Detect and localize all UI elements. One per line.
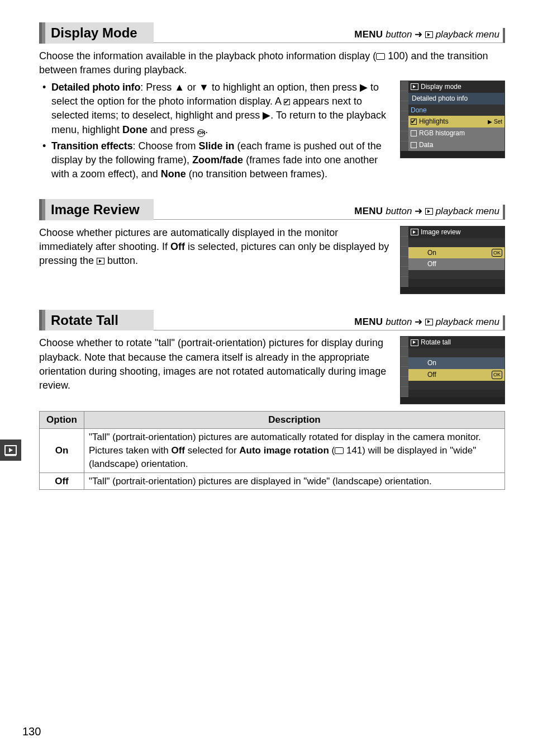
on-desc-off: Off bbox=[171, 445, 185, 456]
bullet2-slide: Slide in bbox=[198, 140, 234, 152]
bullet2-d: (no transition between frames). bbox=[186, 168, 327, 179]
playback-box-icon bbox=[4, 443, 17, 457]
ir-text-c: button. bbox=[104, 255, 138, 266]
playback-icon bbox=[411, 229, 418, 235]
bullet1-label: Detailed photo info bbox=[51, 82, 140, 93]
table-row: Off "Tall" (portrait-orientation) pictur… bbox=[40, 472, 505, 490]
sim-row-off: Off bbox=[408, 258, 505, 270]
sim-on-text: On bbox=[427, 248, 436, 258]
section-header-image-review: Image Review MENU button ➜ playback menu bbox=[39, 199, 505, 220]
col-header-option: Option bbox=[40, 412, 84, 429]
section-title: Display Mode bbox=[42, 22, 154, 44]
sim-off-text: Off bbox=[427, 370, 436, 380]
page-ref-icon bbox=[376, 53, 385, 60]
breadcrumb-button-text: button bbox=[383, 206, 412, 216]
sim-head-text: Image review bbox=[421, 228, 460, 237]
sim-off-text: Off bbox=[427, 259, 436, 269]
bullet2-label: Transition effects bbox=[51, 140, 132, 152]
bullet1-done: Done bbox=[122, 124, 147, 135]
ok-icon: OK bbox=[197, 129, 205, 137]
playback-icon bbox=[97, 258, 104, 264]
on-desc-b: selected for bbox=[185, 445, 239, 456]
option-on-desc: "Tall" (portrait-orientation) pictures a… bbox=[84, 429, 505, 472]
sim-row-on: On bbox=[408, 357, 505, 369]
checkbox-checked-icon bbox=[284, 99, 290, 105]
sim-head: Rotate tall bbox=[408, 337, 505, 348]
breadcrumb-dest: playback menu bbox=[433, 29, 499, 40]
breadcrumb-dest: playback menu bbox=[433, 206, 499, 216]
rotate-tall-options-table: Option Description On "Tall" (portrait-o… bbox=[39, 411, 505, 490]
svg-marker-1 bbox=[9, 448, 13, 452]
option-off-desc: "Tall" (portrait-orientation) pictures a… bbox=[84, 472, 505, 490]
bullet1-g: and press bbox=[147, 124, 197, 135]
right-triangle-icon: ▶ bbox=[360, 82, 368, 93]
option-on: On bbox=[40, 429, 84, 472]
breadcrumb: MENU button ➜ playback menu bbox=[154, 28, 505, 43]
breadcrumb: MENU button ➜ playback menu bbox=[154, 315, 505, 330]
section-title: Rotate Tall bbox=[42, 310, 154, 331]
sim-on-text: On bbox=[427, 358, 436, 368]
ir-off: Off bbox=[170, 241, 185, 252]
section-title: Image Review bbox=[42, 199, 154, 220]
option-off: Off bbox=[40, 472, 84, 490]
menu-label: MENU bbox=[354, 206, 383, 216]
intro-text-a: Choose the information available in the … bbox=[39, 50, 376, 62]
arrow-icon: ➜ bbox=[415, 316, 425, 327]
on-desc-auto: Auto image rotation bbox=[239, 445, 329, 456]
sim-head-text: Rotate tall bbox=[421, 338, 451, 347]
bullet2-a: : Choose from bbox=[132, 140, 198, 152]
table-row: On "Tall" (portrait-orientation) picture… bbox=[40, 429, 505, 472]
bullet2-zoom: Zoom/fade bbox=[192, 154, 243, 166]
playback-icon bbox=[425, 319, 433, 325]
section-header-display-mode: Display Mode MENU button ➜ playback menu bbox=[39, 22, 505, 44]
menu-label: MENU bbox=[354, 29, 383, 40]
rotate-tall-menu-sim: Rotate tall On OffOK bbox=[400, 336, 505, 404]
svg-rect-2 bbox=[5, 455, 16, 456]
on-desc-c: ( bbox=[329, 445, 335, 456]
sim-row-off: OffOK bbox=[408, 369, 505, 381]
bullet-detailed-photo-info: Detailed photo info: Press ▲ or ▼ to hig… bbox=[39, 81, 505, 137]
sim-ok-text: OK bbox=[492, 371, 502, 379]
breadcrumb-dest: playback menu bbox=[433, 316, 499, 327]
arrow-icon: ➜ bbox=[415, 206, 425, 216]
menu-label: MENU bbox=[354, 316, 383, 327]
image-review-menu-sim: Image review OnOK Off bbox=[400, 226, 505, 294]
playback-icon bbox=[411, 339, 418, 346]
bullet1-c: to highlight an option, then press bbox=[209, 82, 360, 93]
bullet-transition-effects: Transition effects: Choose from Slide in… bbox=[39, 139, 505, 182]
bullet2-none: None bbox=[161, 168, 186, 179]
playback-icon bbox=[425, 31, 433, 38]
page-number: 130 bbox=[22, 724, 41, 739]
display-mode-intro: Choose the information available in the … bbox=[39, 49, 505, 77]
side-tab-playback bbox=[0, 440, 21, 461]
breadcrumb-button-text: button bbox=[383, 29, 412, 40]
breadcrumb-button-text: button bbox=[383, 316, 412, 327]
right-triangle-icon: ▶ bbox=[263, 110, 270, 121]
sim-row-on: OnOK bbox=[408, 247, 505, 259]
bullet1-b: or bbox=[184, 82, 199, 93]
breadcrumb: MENU button ➜ playback menu bbox=[154, 205, 505, 220]
arrow-icon: ➜ bbox=[415, 29, 425, 40]
bullet1-h: . bbox=[205, 124, 208, 135]
playback-icon bbox=[425, 208, 433, 215]
sim-head: Image review bbox=[408, 226, 505, 238]
table-header-row: Option Description bbox=[40, 412, 505, 429]
page-ref-icon bbox=[335, 447, 344, 454]
section-header-rotate-tall: Rotate Tall MENU button ➜ playback menu bbox=[39, 310, 505, 331]
display-mode-bullets: Detailed photo info: Press ▲ or ▼ to hig… bbox=[39, 81, 505, 181]
sim-ok-text: OK bbox=[492, 249, 502, 257]
col-header-description: Description bbox=[84, 412, 505, 429]
down-triangle-icon: ▼ bbox=[199, 82, 209, 93]
up-triangle-icon: ▲ bbox=[174, 82, 184, 93]
bullet1-a: : Press bbox=[140, 82, 174, 93]
